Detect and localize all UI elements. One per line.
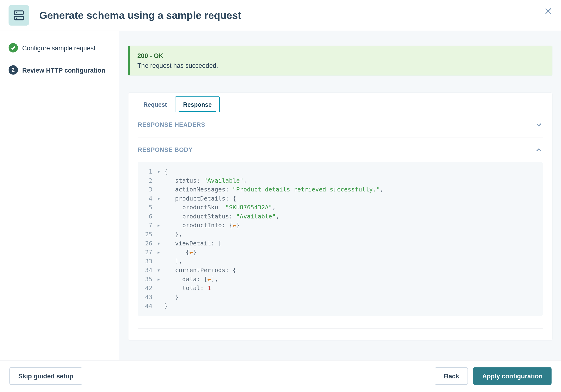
line-number: 2 [138,176,155,185]
step-configure-sample-request[interactable]: Configure sample request [9,43,110,52]
close-button[interactable] [545,8,553,16]
response-card: Request Response RESPONSE HEADERS RESPON… [128,93,552,340]
code-content: }, [162,230,543,239]
dialog-header: Generate schema using a sample request [0,0,561,31]
skip-guided-setup-button[interactable]: Skip guided setup [9,367,82,385]
code-content: currentPeriods: { [162,266,543,275]
code-line: 2 status: "Available", [138,176,543,185]
code-content: status: "Available", [162,176,543,185]
code-line: 25 }, [138,230,543,239]
status-code: 200 - OK [137,52,544,59]
code-line: 5 productSku: "SKU8765432A", [138,203,543,212]
tabs: Request Response [129,93,552,112]
code-line: 1▾{ [138,167,543,176]
code-content: data: [↔], [162,275,543,284]
apply-configuration-button[interactable]: Apply configuration [473,367,551,385]
fold-gutter-icon [155,302,162,311]
line-number: 25 [138,230,155,239]
schema-icon [9,5,29,26]
code-content: viewDetail: [ [162,239,543,248]
code-line: 26▾ viewDetail: [ [138,239,543,248]
status-message: The request has succeeded. [137,62,544,69]
line-number: 35 [138,275,155,284]
chevron-down-icon [535,121,543,129]
svg-rect-1 [14,16,23,20]
code-content: } [162,302,543,311]
check-icon [9,43,18,52]
section-title: RESPONSE BODY [138,146,193,153]
response-body-toggle[interactable]: RESPONSE BODY [138,137,543,162]
section-title: RESPONSE HEADERS [138,121,205,128]
fold-gutter-icon [155,203,162,212]
code-content: productStatus: "Available", [162,212,543,221]
line-number: 1 [138,167,155,176]
footer: Skip guided setup Back Apply configurati… [0,360,561,392]
divider [138,328,543,340]
fold-gutter-icon[interactable]: ▸ [155,248,162,257]
code-content: productDetails: { [162,194,543,203]
code-content: productSku: "SKU8765432A", [162,203,543,212]
code-line: 4▾ productDetails: { [138,194,543,203]
code-content: { [162,167,543,176]
fold-gutter-icon [155,293,162,302]
code-content: } [162,293,543,302]
line-number: 27 [138,248,155,257]
line-number: 43 [138,293,155,302]
line-number: 26 [138,239,155,248]
code-line: 7▸ productInfo: {↔} [138,221,543,230]
sidebar: Configure sample request 2 Review HTTP c… [0,31,119,360]
status-banner: 200 - OK The request has succeeded. [128,46,552,76]
fold-gutter-icon [155,284,162,293]
line-number: 3 [138,185,155,194]
fold-gutter-icon[interactable]: ▾ [155,239,162,248]
chevron-up-icon [535,146,543,153]
code-line: 35▸ data: [↔], [138,275,543,284]
line-number: 44 [138,302,155,311]
fold-gutter-icon[interactable]: ▾ [155,167,162,176]
line-number: 42 [138,284,155,293]
back-button[interactable]: Back [435,367,468,385]
fold-gutter-icon[interactable]: ▾ [155,194,162,203]
step-number-icon: 2 [9,65,18,75]
line-number: 6 [138,212,155,221]
code-content: productInfo: {↔} [162,221,543,230]
code-line: 27▸ {↔} [138,248,543,257]
code-line: 43 } [138,293,543,302]
line-number: 4 [138,194,155,203]
code-line: 42 total: 1 [138,284,543,293]
tab-request[interactable]: Request [135,97,175,112]
line-number: 7 [138,221,155,230]
response-body-code[interactable]: 1▾{2 status: "Available",3 actionMessage… [138,162,543,316]
step-review-http-config[interactable]: 2 Review HTTP configuration [9,65,110,75]
main-content: 200 - OK The request has succeeded. Requ… [119,31,561,360]
code-line: 3 actionMessages: "Product details retri… [138,185,543,194]
code-content: actionMessages: "Product details retriev… [162,185,543,194]
code-line: 34▾ currentPeriods: { [138,266,543,275]
step-label: Configure sample request [22,44,96,51]
step-connector [13,53,13,65]
fold-gutter-icon[interactable]: ▸ [155,221,162,230]
code-content: {↔} [162,248,543,257]
code-line: 44} [138,302,543,311]
fold-gutter-icon [155,230,162,239]
fold-gutter-icon [155,257,162,266]
tab-response[interactable]: Response [175,97,220,112]
line-number: 33 [138,257,155,266]
response-headers-toggle[interactable]: RESPONSE HEADERS [138,112,543,137]
code-line: 33 ], [138,257,543,266]
line-number: 5 [138,203,155,212]
fold-gutter-icon[interactable]: ▸ [155,275,162,284]
fold-gutter-icon [155,212,162,221]
fold-gutter-icon [155,176,162,185]
svg-rect-0 [14,11,23,15]
page-title: Generate schema using a sample request [39,9,241,21]
fold-gutter-icon[interactable]: ▾ [155,266,162,275]
step-label: Review HTTP configuration [22,66,105,74]
code-line: 6 productStatus: "Available", [138,212,543,221]
line-number: 34 [138,266,155,275]
code-content: ], [162,257,543,266]
fold-gutter-icon [155,185,162,194]
code-content: total: 1 [162,284,543,293]
